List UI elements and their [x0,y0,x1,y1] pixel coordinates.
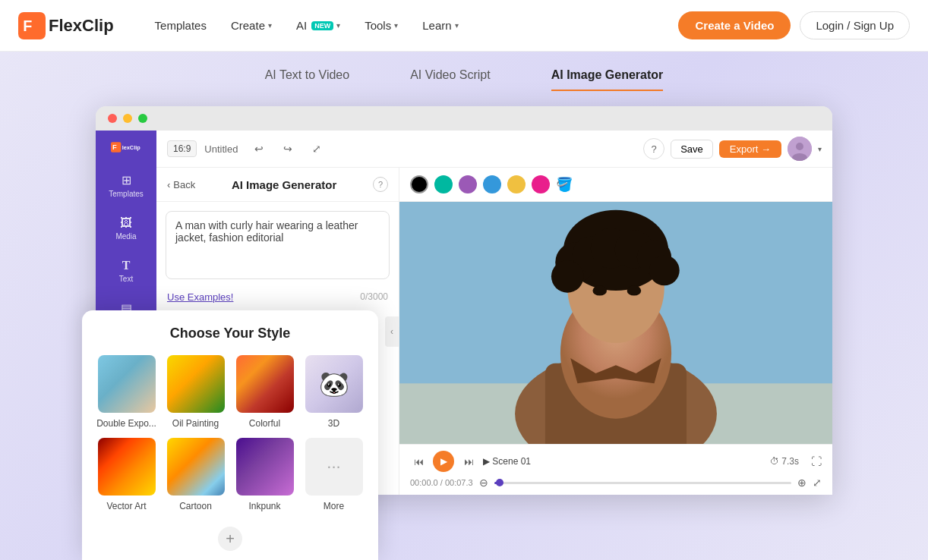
tabs-bar: AI Text to Video AI Video Script AI Imag… [0,52,928,91]
play-button[interactable]: ▶ [433,451,454,472]
save-button[interactable]: Save [671,140,713,159]
nav-templates[interactable]: Templates [144,13,217,38]
zoom-out-button[interactable]: ⊖ [479,477,488,489]
browser-chrome [96,106,832,131]
style-label-3d: 3D [328,418,339,429]
prompt-textarea[interactable]: A man with curly hair wearing a leather … [166,211,390,279]
svg-text:F: F [112,143,117,151]
style-item-oil-painting[interactable]: Oil Painting [165,354,226,429]
style-thumb-3d: 🐼 [304,354,365,414]
color-swatch-black[interactable] [410,175,428,193]
logo[interactable]: F FlexClip [18,12,114,39]
sidebar-item-text[interactable]: T Text [100,251,152,291]
panel-header: ‹ Back AI Image Generator ? [156,168,399,202]
back-button[interactable]: ‹ Back [167,179,195,190]
style-thumb-double-expo [96,354,157,414]
style-item-inkpunk[interactable]: Inkpunk [234,436,295,511]
style-item-more[interactable]: ··· More [303,436,365,511]
color-swatch-purple[interactable] [459,175,477,193]
progress-bar-row: 00:00.0 / 00:07.3 ⊖ ⊕ [410,477,822,489]
avatar[interactable] [788,137,812,161]
login-button[interactable]: Login / Sign Up [800,11,910,39]
skip-back-button[interactable]: ⏮ [410,453,427,470]
svg-text:F: F [23,17,32,34]
style-label-double-expo: Double Expo... [96,418,156,429]
style-item-colorful[interactable]: Colorful [234,354,295,429]
top-bar: 16:9 Untitled ↩ ↪ ⤢ ? Save Export → [156,131,832,168]
sidebar-logo: F lexClip [111,140,141,155]
collapse-panel-button[interactable]: ‹ [385,316,399,347]
use-examples-link[interactable]: Use Examples! [167,291,233,303]
style-label-oil-painting: Oil Painting [172,418,219,429]
skip-forward-button[interactable]: ⏭ [460,453,477,470]
redo-button[interactable]: ↪ [277,138,298,159]
chevron-down-icon: ▾ [336,21,340,30]
style-label-more: More [324,501,344,511]
avatar-icon [788,137,812,161]
color-swatch-yellow[interactable] [507,175,526,193]
templates-icon: ⊞ [122,173,131,187]
progress-track[interactable] [494,482,791,484]
style-chooser-title: Choose Your Style [96,326,365,341]
sidebar-item-templates[interactable]: ⊞ Templates [100,165,152,206]
maximize-dot [138,114,147,123]
create-video-button[interactable]: Create a Video [678,11,791,39]
sidebar-item-media[interactable]: 🖼 Media [100,209,152,248]
style-item-double-expo[interactable]: Double Expo... [96,354,157,429]
tab-ai-video-script[interactable]: AI Video Script [410,68,491,91]
svg-point-23 [627,285,642,295]
nav-learn[interactable]: Learn ▾ [412,13,469,38]
scene-controls: ⏮ ▶ ⏭ ▶ Scene 01 ⏱ 7.3s ⛶ [410,451,822,472]
bucket-icon[interactable]: 🪣 [556,176,573,193]
export-button[interactable]: Export → [719,140,781,158]
text-icon: T [122,259,131,272]
nav-tools[interactable]: Tools ▾ [354,13,409,38]
prompt-footer: Use Examples! 0/3000 [156,288,399,309]
top-bar-right: ? Save Export → ▾ [643,137,822,161]
chevron-down-icon: ▾ [268,21,272,30]
style-thumb-oil-painting [166,354,226,414]
fullscreen-button[interactable]: ⛶ [811,455,822,467]
style-item-3d[interactable]: 🐼 3D [303,354,365,429]
logo-icon: F [18,12,46,39]
canvas-preview [399,202,832,444]
color-swatch-teal[interactable] [434,175,453,193]
chevron-down-icon: ▾ [455,21,459,30]
nav-items: Templates Create ▾ AI NEW ▾ Tools ▾ Lear… [144,13,679,38]
style-grid: Double Expo... Oil Painting Colorful [96,354,365,511]
fit-button[interactable]: ⤢ [813,477,822,489]
color-bar: 🪣 [399,168,832,202]
nav-create[interactable]: Create ▾ [220,13,283,38]
color-swatch-blue[interactable] [483,175,501,193]
canvas-area: 🪣 [399,168,832,495]
char-count: 0/3000 [360,291,388,303]
style-thumb-inkpunk [235,436,295,497]
add-button[interactable]: + [218,527,242,551]
style-label-colorful: Colorful [249,418,280,429]
close-dot [108,114,117,123]
media-icon: 🖼 [120,216,132,230]
style-label-cartoon: Cartoon [179,501,212,511]
progress-handle[interactable] [496,479,503,486]
tab-ai-text-to-video[interactable]: AI Text to Video [265,68,349,91]
help-button[interactable]: ? [643,138,664,159]
add-row: + [96,521,365,560]
svg-point-22 [592,285,607,295]
style-item-cartoon[interactable]: Cartoon [165,436,226,511]
new-badge: NEW [311,21,333,30]
style-thumb-more: ··· [304,436,365,497]
fullscreen-button[interactable]: ⤢ [306,138,327,159]
style-thumb-cartoon [166,436,226,497]
timeline-bar: ⏮ ▶ ⏭ ▶ Scene 01 ⏱ 7.3s ⛶ [399,444,832,495]
minimize-dot [123,114,132,123]
style-label-inkpunk: Inkpunk [248,501,280,511]
avatar-chevron[interactable]: ▾ [818,145,822,153]
undo-button[interactable]: ↩ [248,138,270,159]
style-item-vector-art[interactable]: Vector Art [96,436,157,511]
color-swatch-pink[interactable] [532,175,550,193]
zoom-in-button[interactable]: ⊕ [797,477,806,489]
tab-ai-image-generator[interactable]: AI Image Generator [551,68,664,91]
svg-point-6 [796,143,803,150]
panel-help-button[interactable]: ? [373,177,388,192]
nav-ai[interactable]: AI NEW ▾ [286,13,351,38]
